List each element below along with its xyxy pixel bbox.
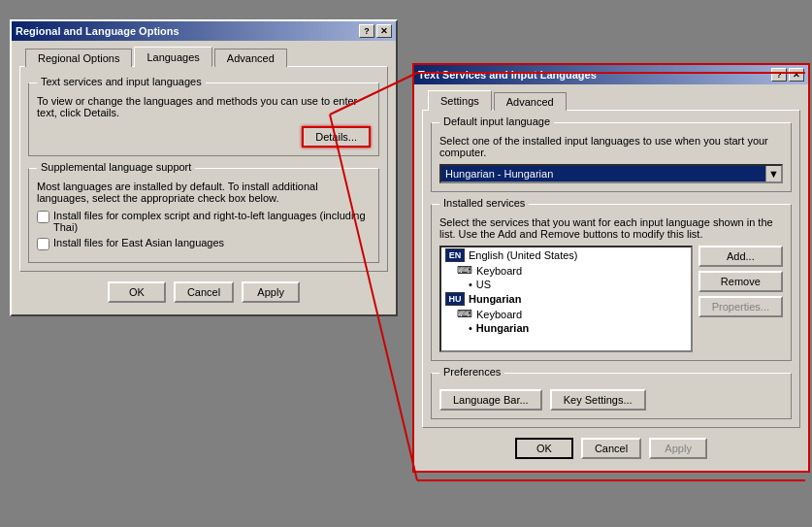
checkbox-east-asian-row: Install files for East Asian languages xyxy=(37,237,371,250)
dialog1-content: Regional Options Languages Advanced Text… xyxy=(12,41,396,314)
supplemental-label: Supplemental language support xyxy=(37,161,195,173)
keyboard-icon-hu: ⌨ xyxy=(457,308,472,320)
dialog2-close-button[interactable]: ✕ xyxy=(789,68,804,82)
dialog2-content: Settings Advanced Default input language… xyxy=(414,84,808,471)
list-item-hu-hungarian: • Hungarian xyxy=(441,321,691,335)
dialog2-cancel-button[interactable]: Cancel xyxy=(581,438,641,459)
hu-keyboard-label: Keyboard xyxy=(476,309,522,320)
en-lang-name: English (United States) xyxy=(469,249,578,261)
tab-advanced2[interactable]: Advanced xyxy=(494,92,567,111)
dialog2-tabs: Settings Advanced xyxy=(422,92,800,111)
checkbox-complex-script[interactable] xyxy=(37,211,49,223)
list-item-en-us: • US xyxy=(441,278,691,291)
hu-lang-name: Hungarian xyxy=(469,293,521,305)
en-badge: EN xyxy=(445,248,465,262)
text-services-label: Text services and input languages xyxy=(37,76,206,87)
preferences-group: Preferences Language Bar... Key Settings… xyxy=(431,373,792,419)
checkbox-east-asian[interactable] xyxy=(37,238,49,250)
dialog1-ok-button[interactable]: OK xyxy=(108,281,166,303)
dialog2-bottom-buttons: OK Cancel Apply xyxy=(422,438,800,463)
installed-services-description: Select the services that you want for ea… xyxy=(439,216,783,240)
preferences-buttons: Language Bar... Key Settings... xyxy=(439,385,783,411)
checkbox-complex-script-row: Install files for complex script and rig… xyxy=(37,210,371,233)
dropdown-value: Hungarian - Hungarian xyxy=(445,168,553,180)
dialog1-tabs: Regional Options Languages Advanced xyxy=(19,49,388,67)
checkbox-east-asian-label: Install files for East Asian languages xyxy=(53,237,224,248)
default-lang-description: Select one of the installed input langua… xyxy=(439,135,783,158)
dialog2-ok-button[interactable]: OK xyxy=(515,438,573,459)
text-services-description: To view or change the languages and meth… xyxy=(37,95,371,118)
default-lang-label: Default input language xyxy=(439,115,554,127)
keyboard-icon-en: ⌨ xyxy=(457,264,472,277)
en-us-label: US xyxy=(476,279,491,290)
dialog2-help-button[interactable]: ? xyxy=(771,68,787,82)
tab-languages[interactable]: Languages xyxy=(134,47,211,67)
installed-services-listbox[interactable]: EN English (United States) ⌨ Keyboard • xyxy=(439,246,693,352)
default-lang-group: Default input language Select one of the… xyxy=(431,122,792,192)
dialog2-tab-content: Default input language Select one of the… xyxy=(422,110,800,428)
language-bar-button[interactable]: Language Bar... xyxy=(439,389,542,411)
list-item-hu: HU Hungarian xyxy=(441,291,691,307)
services-buttons: Add... Remove Properties... xyxy=(698,246,783,352)
supplemental-group: Supplemental language support Most langu… xyxy=(28,168,379,263)
tab-settings[interactable]: Settings xyxy=(428,90,492,111)
dialog1-help-button[interactable]: ? xyxy=(359,24,374,38)
default-lang-dropdown[interactable]: Hungarian - Hungarian ▼ xyxy=(439,164,783,183)
dialog1-title-buttons: ? ✕ xyxy=(359,24,392,38)
list-item-hu-keyboard: ⌨ Keyboard xyxy=(441,307,691,321)
details-btn-container: Details... xyxy=(37,126,371,148)
list-item-en-keyboard: ⌨ Keyboard xyxy=(441,263,691,278)
dialog1-tab-content: Text services and input languages To vie… xyxy=(19,66,388,272)
hu-hungarian-label: Hungarian xyxy=(476,322,529,334)
dialog1-bottom-buttons: OK Cancel Apply xyxy=(19,281,388,307)
details-button[interactable]: Details... xyxy=(302,126,371,148)
dialog1-close-button[interactable]: ✕ xyxy=(376,24,392,38)
text-services-dialog: Text Services and Input Languages ? ✕ Se… xyxy=(412,63,810,473)
dialog1-title: Regional and Language Options xyxy=(16,25,179,37)
installed-services-group: Installed services Select the services t… xyxy=(431,204,792,361)
properties-button[interactable]: Properties... xyxy=(698,296,783,317)
services-layout: EN English (United States) ⌨ Keyboard • xyxy=(439,246,783,352)
tab-advanced[interactable]: Advanced xyxy=(214,49,287,67)
add-button[interactable]: Add... xyxy=(698,246,783,267)
dialog1-cancel-button[interactable]: Cancel xyxy=(174,281,234,303)
preferences-label: Preferences xyxy=(439,366,504,378)
dialog2-apply-button[interactable]: Apply xyxy=(649,438,707,459)
bullet-hu: • xyxy=(469,322,472,334)
dropdown-arrow-icon: ▼ xyxy=(765,166,781,181)
list-item-en: EN English (United States) xyxy=(441,247,691,263)
dialog2-title-bar: Text Services and Input Languages ? ✕ xyxy=(414,65,808,84)
tab-regional-options[interactable]: Regional Options xyxy=(25,49,132,67)
checkbox-complex-script-label: Install files for complex script and rig… xyxy=(53,210,371,233)
en-keyboard-label: Keyboard xyxy=(476,265,522,277)
dropdown-container: Hungarian - Hungarian ▼ xyxy=(439,164,783,183)
dialog2-title-buttons: ? ✕ xyxy=(771,68,804,82)
installed-services-label: Installed services xyxy=(439,197,529,209)
regional-language-dialog: Regional and Language Options ? ✕ Region… xyxy=(10,19,398,316)
supplemental-description: Most languages are installed by default.… xyxy=(37,181,371,204)
remove-button[interactable]: Remove xyxy=(698,271,783,292)
bullet-en-us: • xyxy=(469,279,472,290)
dialog2-title: Text Services and Input Languages xyxy=(418,69,597,81)
hu-badge: HU xyxy=(445,292,465,306)
dialog1-title-bar: Regional and Language Options ? ✕ xyxy=(12,21,396,41)
key-settings-button[interactable]: Key Settings... xyxy=(550,389,646,411)
dialog1-apply-button[interactable]: Apply xyxy=(242,281,300,303)
text-services-group: Text services and input languages To vie… xyxy=(28,82,379,156)
